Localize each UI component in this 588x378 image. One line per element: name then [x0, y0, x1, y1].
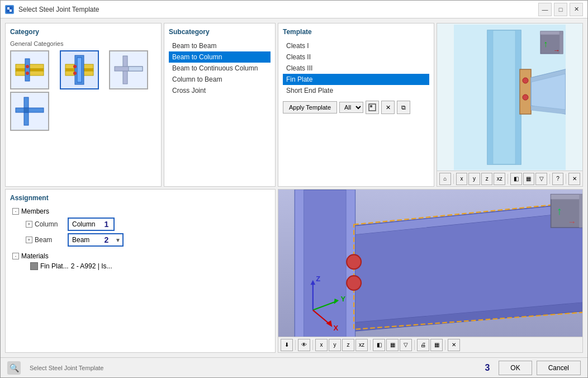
svg-rect-2: [10, 10, 12, 12]
apply-template-button[interactable]: Apply Template: [283, 101, 337, 114]
svg-text:Y: Y: [340, 295, 345, 303]
template-item-short-end-plate[interactable]: Short End Plate: [283, 85, 429, 96]
viewport-sep2: [312, 340, 313, 350]
preview-z-button[interactable]: z: [481, 173, 493, 185]
svg-rect-26: [487, 30, 493, 164]
template-item-cleats-ii[interactable]: Cleats II: [283, 51, 429, 63]
svg-point-49: [347, 276, 361, 290]
template-item-cleats-i[interactable]: Cleats I: [283, 40, 429, 51]
viewport-render2-button[interactable]: ▦: [386, 339, 399, 351]
separator2: [508, 174, 508, 184]
viewport-drop-button[interactable]: ⬇: [281, 339, 293, 351]
viewport-render3-button[interactable]: ▽: [400, 339, 412, 351]
viewport-print2-button[interactable]: ▦: [430, 339, 443, 351]
subcategory-title: Subcategory: [169, 28, 271, 36]
category-title: Category: [10, 28, 157, 36]
preview-toolbar: ⌂ x y z xz ◧ ▦ ▽ ? ✕: [437, 171, 582, 186]
svg-point-14: [73, 65, 77, 68]
preview-home-button[interactable]: ⌂: [439, 173, 451, 185]
svg-text:↑: ↑: [543, 39, 548, 49]
cancel-button[interactable]: Cancel: [537, 361, 581, 375]
materials-label: Materials: [21, 252, 49, 260]
subcategory-item-column-to-beam[interactable]: Column to Beam: [169, 74, 271, 85]
template-item-cleats-iii[interactable]: Cleats III: [283, 63, 429, 74]
category-grid: [10, 50, 157, 131]
category-item-other2[interactable]: [10, 92, 49, 131]
svg-rect-28: [520, 69, 531, 114]
beam-expander[interactable]: +: [26, 237, 32, 243]
category-item-other1[interactable]: [109, 50, 148, 89]
template-list: Cleats I Cleats II Cleats III Fin Plate …: [283, 40, 429, 96]
column-label: Column: [35, 220, 65, 228]
viewport-snap-button[interactable]: ✕: [448, 339, 460, 351]
viewport-render1-button[interactable]: ◧: [373, 339, 385, 351]
category-subtitle: General Categories: [10, 40, 157, 47]
members-expander[interactable]: -: [12, 208, 19, 215]
category-item-beam-beam[interactable]: [10, 50, 49, 89]
members-label: Members: [21, 207, 49, 215]
viewport-y-button[interactable]: y: [329, 339, 341, 351]
preview-x-button[interactable]: x: [456, 173, 468, 185]
column-expander[interactable]: +: [26, 221, 32, 228]
materials-expander[interactable]: -: [12, 253, 19, 259]
beam-select-arrow[interactable]: ▼: [113, 236, 122, 244]
viewport-x-button[interactable]: x: [315, 339, 328, 351]
fin-plate-color: [30, 262, 38, 270]
beam-select-text: Beam: [69, 235, 99, 245]
preview-y-button[interactable]: y: [468, 173, 480, 185]
preview-render2-button[interactable]: ▦: [523, 173, 535, 185]
svg-point-8: [26, 72, 29, 75]
viewport-sep5: [445, 340, 445, 350]
template-title: Template: [283, 28, 429, 36]
svg-rect-20: [16, 108, 44, 112]
close-button[interactable]: ✕: [570, 3, 583, 16]
separator3: [549, 174, 550, 184]
viewport-z-button[interactable]: z: [342, 339, 354, 351]
window-title: Select Steel Joint Template: [18, 6, 99, 13]
preview-render-button[interactable]: ◧: [510, 173, 522, 185]
viewport-xz-button[interactable]: xz: [355, 339, 368, 351]
viewport-sep4: [414, 340, 415, 350]
step-number: 3: [485, 363, 490, 373]
beam-select[interactable]: Beam 2 ▼: [68, 233, 124, 247]
preview-drop-button[interactable]: ▽: [535, 173, 547, 185]
viewport-print-button[interactable]: 🖨: [417, 339, 429, 351]
copy-icon-button[interactable]: ⧉: [397, 101, 410, 114]
ok-button[interactable]: OK: [499, 361, 532, 375]
column-row: + Column Column 1: [10, 216, 271, 232]
viewport-svg: Z Y X ↑ →: [278, 190, 582, 352]
preview-snap-button[interactable]: ✕: [568, 173, 580, 185]
beam-label: Beam: [35, 236, 65, 244]
separator1: [453, 174, 454, 184]
title-bar: Select Steel Joint Template — □ ✕: [1, 1, 587, 18]
title-bar-left: Select Steel Joint Template: [5, 5, 99, 14]
app-icon: [5, 5, 14, 14]
delete-icon-button[interactable]: ✕: [381, 101, 395, 114]
maximize-button[interactable]: □: [554, 3, 567, 16]
preview-xz-button[interactable]: xz: [494, 173, 505, 185]
search-icon[interactable]: 🔍: [7, 361, 21, 375]
category-panel: Category General Categories: [5, 23, 162, 187]
viewport-view-button[interactable]: 👁: [298, 339, 310, 351]
template-item-fin-plate[interactable]: Fin Plate: [283, 74, 429, 85]
members-tree-item: - Members: [10, 206, 271, 216]
svg-rect-21: [24, 108, 29, 112]
subcategory-item-beam-to-column[interactable]: Beam to Column: [169, 51, 271, 63]
subcategory-item-beam-to-beam[interactable]: Beam to Beam: [169, 40, 271, 51]
subcategory-list: Beam to Beam Beam to Column Beam to Cont…: [169, 40, 271, 96]
viewport-sep3: [370, 340, 371, 350]
svg-rect-13: [77, 58, 82, 82]
preview-3d-view: ↑ →: [437, 23, 582, 171]
subcategory-item-beam-to-continuous[interactable]: Beam to Continuous Column: [169, 63, 271, 74]
svg-point-7: [26, 65, 29, 68]
minimize-button[interactable]: —: [538, 3, 552, 16]
view-icon-button[interactable]: [366, 101, 379, 114]
filter-select[interactable]: All: [339, 102, 363, 113]
preview-help-button[interactable]: ?: [552, 173, 564, 185]
column-select[interactable]: Column 1: [68, 218, 115, 231]
svg-point-48: [347, 254, 361, 269]
subcategory-item-cross-joint[interactable]: Cross Joint: [169, 85, 271, 96]
template-controls: Apply Template All ✕ ⧉: [283, 101, 429, 114]
category-item-beam-column[interactable]: [60, 50, 99, 89]
bottom-bar: 🔍 Select Steel Joint Template 3 OK Cance…: [1, 357, 587, 377]
